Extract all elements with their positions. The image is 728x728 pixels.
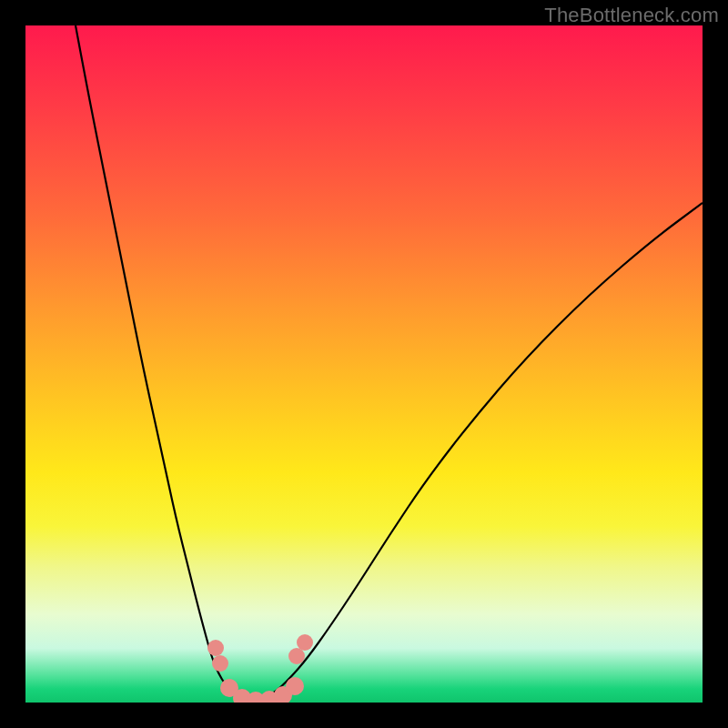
highlight-dot [297,634,313,651]
highlight-dot [286,677,304,695]
highlight-dot [288,648,305,664]
curve-left-branch [76,25,253,702]
bottleneck-curve [25,25,703,703]
curve-right-branch [253,203,703,702]
watermark-text: TheBottleneck.com [544,4,719,27]
highlight-dot [212,655,228,672]
highlight-dot [207,640,224,656]
chart-plot-area [25,25,703,703]
